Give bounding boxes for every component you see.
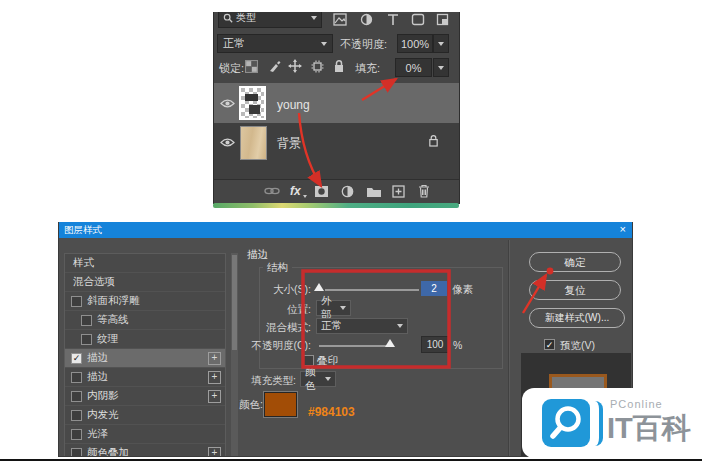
filter-adjustment-icon[interactable]	[360, 13, 373, 26]
layer-name-young[interactable]: young	[277, 98, 310, 112]
ok-button[interactable]: 确定	[529, 252, 621, 272]
fill-type-value: 颜色	[305, 365, 322, 393]
visibility-eye-icon[interactable]	[220, 98, 235, 109]
sidebar-item-label: 斜面和浮雕	[87, 294, 140, 308]
new-group-folder-icon[interactable]	[366, 186, 382, 198]
lock-artboard-icon[interactable]	[311, 60, 324, 73]
fill-type-dropdown[interactable]: 颜色	[300, 371, 336, 387]
opacity-slider-track[interactable]	[319, 345, 393, 347]
check-icon: ✓	[546, 341, 554, 349]
sidebar-item-blending-options[interactable]: 混合选项	[65, 273, 225, 292]
opacity-slider-thumb[interactable]	[385, 339, 395, 347]
sidebar-item-label: 混合选项	[73, 275, 115, 289]
document-edge-strip	[213, 203, 459, 208]
trash-icon[interactable]	[418, 184, 430, 198]
chevron-down-icon	[311, 16, 317, 20]
layer-lock-icon	[428, 134, 439, 147]
structure-group-label: 结构	[263, 261, 292, 275]
opacity-value-box[interactable]: 100%	[397, 34, 433, 53]
checkbox[interactable]	[71, 296, 82, 307]
logo-page-curl	[595, 401, 603, 446]
new-style-button[interactable]: 新建样式(W)...	[529, 308, 625, 328]
size-slider-track[interactable]	[325, 289, 419, 291]
checkbox[interactable]	[71, 429, 82, 440]
checkbox[interactable]	[71, 410, 82, 421]
filter-pixel-icon[interactable]	[333, 13, 347, 26]
checkbox[interactable]	[71, 448, 82, 458]
sidebar-item-satin[interactable]: 光泽	[65, 425, 225, 444]
style-list-sidebar: 样式 混合选项 斜面和浮雕 等高线 纹理 ✓ 描边 +	[64, 253, 226, 457]
screenshot-root: 类型 正常 不透明度: 100%	[0, 0, 702, 467]
size-slider-thumb[interactable]	[314, 283, 324, 291]
add-effect-icon[interactable]: +	[208, 352, 221, 365]
sidebar-item-label: 等高线	[97, 313, 129, 327]
dialog-title: 图层样式	[64, 224, 102, 237]
pconline-logo	[542, 399, 590, 447]
sidebar-item-label: 描边	[87, 351, 108, 365]
sidebar-item-contour[interactable]: 等高线	[65, 311, 225, 330]
dialog-titlebar[interactable]: 图层样式 ×	[59, 222, 632, 238]
chevron-down-icon	[340, 306, 346, 310]
layer-filter-kind-dropdown[interactable]: 类型	[218, 12, 322, 28]
sidebar-item-label: 描边	[87, 370, 108, 384]
sidebar-item-inner-glow[interactable]: 内发光	[65, 406, 225, 425]
sidebar-item-inner-shadow[interactable]: 内阴影 +	[65, 387, 225, 406]
fx-chevron-icon	[303, 195, 307, 198]
checkbox[interactable]	[81, 334, 92, 345]
sidebar-item-stroke[interactable]: ✓ 描边 +	[65, 349, 225, 368]
link-layers-icon[interactable]	[264, 186, 280, 196]
layer-name-background[interactable]: 背景	[277, 135, 301, 152]
position-label: 位置:	[209, 303, 311, 317]
fill-dropdown-button[interactable]	[433, 58, 449, 77]
preview-checkbox[interactable]: ✓	[544, 339, 555, 350]
chevron-down-icon	[397, 324, 403, 328]
add-effect-icon[interactable]: +	[208, 390, 221, 403]
size-unit-label: 像素	[452, 283, 473, 297]
checkbox[interactable]	[71, 391, 82, 402]
filter-type-icon[interactable]	[387, 13, 399, 26]
lock-label: 锁定:	[219, 61, 244, 76]
layer-thumbnail-background[interactable]	[240, 126, 267, 160]
size-value-box[interactable]: 2	[421, 281, 447, 296]
blend-mode-value: 正常	[223, 36, 245, 51]
checkbox-checked[interactable]: ✓	[71, 353, 82, 364]
layer-thumbnail-young[interactable]	[239, 86, 266, 120]
sidebar-item-label: 纹理	[97, 332, 118, 346]
sidebar-item-styles[interactable]: 样式	[65, 254, 225, 273]
sidebar-item-color-overlay[interactable]: 颜色叠加 +	[65, 444, 225, 457]
sidebar-item-label: 颜色叠加	[87, 446, 129, 457]
new-style-label: 新建样式(W)...	[545, 312, 609, 323]
adjustment-layer-icon[interactable]	[341, 185, 354, 198]
opacity-dropdown-button[interactable]	[433, 34, 449, 53]
preview-label: 预览(V)	[560, 339, 595, 353]
lock-pixels-brush-icon[interactable]	[268, 60, 281, 73]
position-dropdown[interactable]: 外部	[316, 300, 351, 316]
add-mask-icon[interactable]	[314, 185, 329, 198]
filter-shape-icon[interactable]	[411, 13, 425, 26]
sidebar-item-bevel-emboss[interactable]: 斜面和浮雕	[65, 292, 225, 311]
checkbox[interactable]	[81, 315, 92, 326]
add-effect-icon[interactable]: +	[208, 447, 221, 457]
layers-panel: 类型 正常 不透明度: 100%	[213, 12, 460, 204]
blend-mode-dropdown[interactable]: 正常	[217, 34, 333, 53]
sidebar-item-texture[interactable]: 纹理	[65, 330, 225, 349]
reset-button[interactable]: 复位	[529, 280, 621, 300]
filter-smart-object-icon[interactable]	[436, 13, 449, 26]
plus-glyph: +	[212, 371, 218, 382]
lock-all-icon[interactable]	[333, 59, 345, 73]
sidebar-item-stroke-2[interactable]: 描边 +	[65, 368, 225, 387]
stroke-blend-mode-dropdown[interactable]: 正常	[316, 318, 408, 334]
lock-transparent-icon[interactable]	[245, 60, 258, 73]
fill-type-label: 填充类型:	[219, 374, 296, 388]
opacity-value-box[interactable]: 100	[421, 336, 449, 353]
lock-position-move-icon[interactable]	[288, 59, 302, 73]
fill-value-box[interactable]: 0%	[395, 58, 432, 77]
visibility-eye-icon[interactable]	[220, 137, 235, 148]
plus-glyph: +	[212, 352, 218, 363]
checkbox[interactable]	[71, 372, 82, 383]
fx-layer-style-icon[interactable]: fx	[290, 184, 301, 198]
stroke-opacity-value: 100	[427, 339, 444, 350]
stroke-color-swatch[interactable]	[264, 392, 297, 417]
new-layer-icon[interactable]	[392, 185, 405, 198]
close-icon[interactable]: ×	[620, 223, 626, 235]
